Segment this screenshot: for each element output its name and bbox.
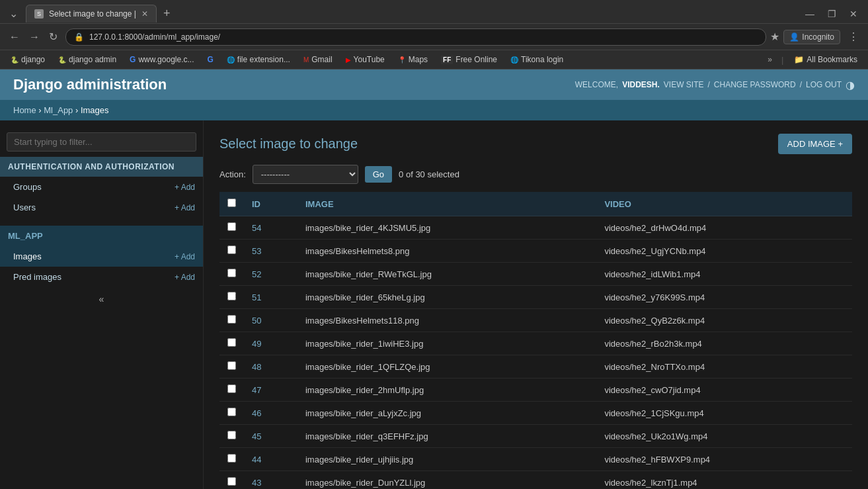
row-checkbox[interactable] [227, 315, 236, 324]
row-id-link[interactable]: 50 [252, 316, 261, 326]
logout-link[interactable]: LOG OUT [806, 80, 842, 89]
sidebar-item-users[interactable]: Users + Add [0, 197, 203, 218]
maximize-button[interactable]: ❐ [822, 6, 842, 22]
sidebar: AUTHENTICATION AND AUTHORIZATION Groups … [0, 120, 204, 489]
breadcrumb-home[interactable]: Home [13, 105, 36, 115]
back-button[interactable]: ← [5, 28, 24, 46]
bookmark-google-label: www.google.c... [138, 55, 194, 64]
bookmarks-more-button[interactable]: » [764, 53, 776, 66]
bookmark-google[interactable]: G www.google.c... [124, 53, 199, 66]
row-checkbox[interactable] [227, 454, 236, 463]
selected-count: 0 of 30 selected [399, 169, 459, 179]
row-image: images/bike_rider_DunYZLl.jpg [297, 471, 596, 490]
row-id: 51 [244, 286, 297, 309]
row-checkbox[interactable] [227, 292, 236, 300]
theme-toggle-icon[interactable]: ◑ [846, 79, 855, 91]
row-checkbox-cell [219, 216, 244, 240]
row-checkbox-cell [219, 448, 244, 471]
row-id-link[interactable]: 48 [252, 362, 261, 372]
row-id-link[interactable]: 53 [252, 246, 261, 256]
sidebar-item-groups[interactable]: Groups + Add [0, 177, 203, 197]
bookmarks-divider: | [781, 55, 783, 65]
row-checkbox-cell [219, 286, 244, 309]
th-checkbox [219, 192, 244, 216]
data-table: ID IMAGE VIDEO 54 images/bike_rider_4KJS… [219, 192, 852, 489]
new-tab-button[interactable]: + [161, 4, 173, 23]
expand-tabs-button[interactable]: ⌄ [5, 5, 22, 22]
admin-title: Django administration [13, 76, 167, 93]
action-select[interactable]: ---------- [253, 165, 358, 184]
row-checkbox[interactable] [227, 338, 236, 347]
row-checkbox[interactable] [227, 408, 236, 416]
sidebar-users-label: Users [13, 202, 36, 212]
incognito-button[interactable]: 👤 Incognito [783, 30, 840, 44]
page-title: Select image to change [219, 136, 358, 152]
sidebar-item-images[interactable]: Images + Add [0, 246, 203, 267]
sidebar-groups-add-link[interactable]: + Add [175, 183, 195, 192]
sidebar-images-add-link[interactable]: + Add [175, 252, 195, 261]
row-video: videos/he2_cwO7jid.mp4 [596, 378, 852, 402]
row-checkbox-cell [219, 309, 244, 332]
address-bar-row: ← → ↻ 🔒 127.0.0.1:8000/admin/ml_app/imag… [0, 24, 868, 50]
bookmark-gmail[interactable]: M Gmail [298, 53, 338, 66]
row-id-link[interactable]: 51 [252, 292, 261, 302]
bookmark-tikona[interactable]: 🌐 Tikona login [505, 53, 569, 66]
select-all-checkbox[interactable] [227, 199, 236, 207]
gmail-icon: M [303, 56, 309, 64]
row-image: images/bike_rider_4KJSMU5.jpg [297, 216, 596, 240]
row-id: 49 [244, 332, 297, 355]
bookmark-star-button[interactable]: ★ [770, 30, 779, 43]
bookmark-file-ext[interactable]: 🌐 file extension... [221, 53, 296, 66]
bookmark-django[interactable]: 🐍 django [5, 53, 50, 66]
add-image-button[interactable]: ADD IMAGE + [778, 134, 852, 154]
th-image: IMAGE [297, 192, 596, 216]
row-checkbox[interactable] [227, 384, 236, 393]
address-bar[interactable]: 🔒 127.0.0.1:8000/admin/ml_app/image/ [65, 28, 766, 46]
browser-menu-button[interactable]: ⋮ [844, 28, 863, 46]
content-area: Select image to change ADD IMAGE + Actio… [204, 120, 868, 489]
bookmark-youtube[interactable]: ▶ YouTube [340, 53, 390, 66]
bookmark-maps[interactable]: 📍 Maps [393, 53, 433, 66]
row-checkbox[interactable] [227, 269, 236, 277]
all-bookmarks-button[interactable]: 📁 All Bookmarks [789, 53, 863, 66]
separator2: / [800, 80, 802, 89]
row-id-link[interactable]: 43 [252, 478, 261, 488]
sidebar-mlapp-header[interactable]: ML_APP [0, 226, 203, 246]
sidebar-filter-input[interactable] [7, 132, 196, 152]
forward-button[interactable]: → [25, 28, 44, 46]
sidebar-users-add-link[interactable]: + Add [175, 203, 195, 212]
bookmark-free-online[interactable]: FF Free Online [436, 53, 502, 66]
row-id-link[interactable]: 45 [252, 431, 261, 441]
row-image: images/bike_rider_ujhjiis.jpg [297, 448, 596, 471]
active-tab[interactable]: S Select image to change | ✕ [26, 5, 157, 22]
breadcrumb-app[interactable]: Ml_App [44, 105, 73, 115]
reload-button[interactable]: ↻ [45, 28, 61, 46]
row-id-link[interactable]: 49 [252, 339, 261, 349]
row-checkbox[interactable] [227, 477, 236, 486]
row-id-link[interactable]: 54 [252, 223, 261, 233]
close-tab-button[interactable]: ✕ [141, 9, 148, 19]
row-id-link[interactable]: 52 [252, 269, 261, 279]
row-checkbox[interactable] [227, 431, 236, 439]
row-id-link[interactable]: 47 [252, 385, 261, 395]
go-button[interactable]: Go [365, 166, 392, 183]
admin-header: Django administration WELCOME, VIDDESH. … [0, 69, 868, 100]
bookmark-file-ext-label: file extension... [237, 55, 290, 64]
row-checkbox[interactable] [227, 361, 236, 370]
bookmark-google2[interactable]: G [202, 53, 219, 66]
sidebar-item-pred-images[interactable]: Pred images + Add [0, 267, 203, 287]
close-window-button[interactable]: ✕ [844, 6, 863, 22]
bookmark-django-admin[interactable]: 🐍 django admin [53, 53, 122, 66]
row-checkbox[interactable] [227, 222, 236, 231]
view-site-link[interactable]: VIEW SITE [664, 80, 704, 89]
incognito-label: Incognito [802, 32, 834, 42]
row-checkbox[interactable] [227, 245, 236, 254]
row-id-link[interactable]: 46 [252, 408, 261, 418]
row-checkbox-cell [219, 240, 244, 263]
sidebar-pred-images-add-link[interactable]: + Add [175, 273, 195, 282]
change-password-link[interactable]: CHANGE PASSWORD [714, 80, 796, 89]
sidebar-collapse-button[interactable]: « [0, 287, 203, 311]
bookmarks-bar: 🐍 django 🐍 django admin G www.google.c..… [0, 50, 868, 69]
row-id-link[interactable]: 44 [252, 455, 261, 465]
minimize-button[interactable]: — [800, 6, 820, 22]
